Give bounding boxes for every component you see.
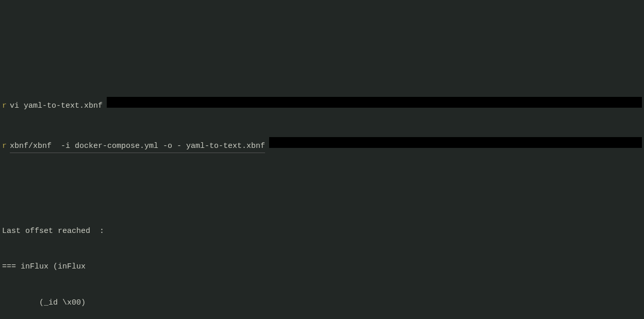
terminal-screen[interactable]: r vi yaml-to-text.xbnf r xbnf/xbnf -i do… [0,48,644,319]
influx-line: (_id \x00) [2,297,642,309]
redaction-bar [107,97,642,108]
last-offset-label: Last offset reached : [2,225,642,237]
prompt-char: r [2,100,10,112]
command-text: xbnf/xbnf -i docker-compose.yml -o - yam… [10,140,265,153]
influx-header: === inFlux (inFlux [2,261,642,273]
command-text: vi yaml-to-text.xbnf [10,100,103,112]
command-line: r xbnf/xbnf -i docker-compose.yml -o - y… [2,136,642,153]
prompt-char: r [2,140,10,152]
command-line: r vi yaml-to-text.xbnf [2,96,642,112]
redaction-bar [269,137,642,148]
